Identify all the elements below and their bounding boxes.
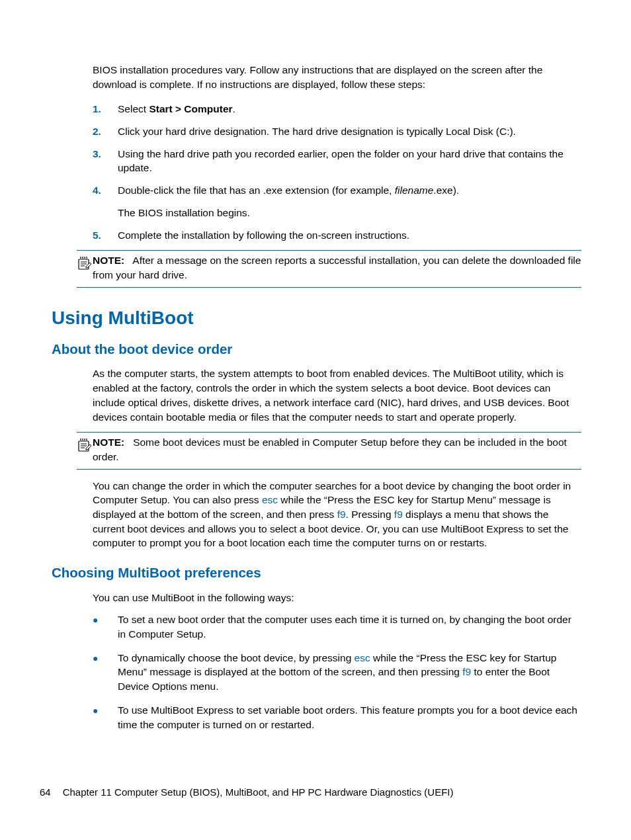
list-item: ● To set a new boot order that the compu…: [93, 612, 581, 641]
step-2: 2. Click your hard drive designation. Th…: [93, 124, 581, 139]
key-esc: esc: [262, 494, 278, 505]
step-3: 3. Using the hard drive path you recorde…: [93, 147, 581, 175]
note-callout: NOTE: After a message on the screen repo…: [77, 250, 581, 287]
bullet-body: To use MultiBoot Express to set variable…: [118, 703, 581, 732]
key-f9: f9: [462, 666, 471, 677]
heading-multiboot: Using MultiBoot: [52, 305, 581, 331]
bullet-icon: ●: [93, 612, 118, 641]
step-4: 4. Double-click the file that has an .ex…: [93, 183, 581, 220]
bold-text: Start > Computer: [149, 103, 232, 114]
section-about: As the computer starts, the system attem…: [93, 366, 581, 550]
list-item: ● To use MultiBoot Express to set variab…: [93, 703, 581, 732]
note-text: After a message on the screen reports a …: [93, 255, 581, 280]
chapter-title: Chapter 11 Computer Setup (BIOS), MultiB…: [63, 786, 454, 798]
step-1: 1. Select Start > Computer.: [93, 102, 581, 116]
step-number: 5.: [93, 228, 118, 243]
section-preferences: You can use MultiBoot in the following w…: [93, 591, 581, 732]
note-text: Some boot devices must be enabled in Com…: [93, 437, 567, 462]
step-body: Click your hard drive designation. The h…: [118, 124, 581, 139]
document-page: BIOS installation procedures vary. Follo…: [0, 0, 631, 840]
note-icon: [77, 255, 93, 271]
note-label: NOTE:: [93, 437, 124, 448]
change-order-paragraph: You can change the order in which the co…: [93, 479, 581, 550]
bullet-icon: ●: [93, 651, 118, 694]
heading-preferences: Choosing MultiBoot preferences: [52, 564, 581, 583]
italic-text: filename: [395, 185, 434, 196]
key-f9: f9: [337, 509, 346, 520]
steps-list: 1. Select Start > Computer. 2. Click you…: [93, 102, 581, 242]
step-number: 2.: [93, 124, 118, 139]
step-number: 4.: [93, 183, 118, 220]
step-body: Double-click the file that has an .exe e…: [118, 183, 581, 220]
page-number: 64: [40, 785, 51, 799]
step-number: 3.: [93, 147, 118, 175]
note-icon: [77, 437, 93, 453]
page-footer: 64Chapter 11 Computer Setup (BIOS), Mult…: [40, 785, 453, 799]
bullet-list: ● To set a new boot order that the compu…: [93, 612, 581, 732]
about-paragraph: As the computer starts, the system attem…: [93, 366, 581, 424]
step-body: Complete the installation by following t…: [118, 228, 581, 243]
note-label: NOTE:: [93, 255, 124, 266]
bullet-body: To set a new boot order that the compute…: [118, 612, 581, 641]
step-5: 5. Complete the installation by followin…: [93, 228, 581, 243]
list-item: ● To dynamically choose the boot device,…: [93, 651, 581, 694]
key-esc: esc: [355, 652, 370, 663]
step-body: Using the hard drive path you recorded e…: [118, 147, 581, 175]
bullet-body: To dynamically choose the boot device, b…: [118, 651, 581, 694]
heading-boot-order: About the boot device order: [52, 340, 581, 359]
step-body: Select Start > Computer.: [118, 102, 581, 116]
pref-intro: You can use MultiBoot in the following w…: [93, 591, 581, 605]
note-callout: NOTE: Some boot devices must be enabled …: [77, 432, 581, 469]
key-f9: f9: [394, 509, 403, 520]
body-content: BIOS installation procedures vary. Follo…: [93, 63, 581, 288]
step-number: 1.: [93, 102, 118, 116]
intro-paragraph: BIOS installation procedures vary. Follo…: [93, 63, 581, 91]
bullet-icon: ●: [93, 703, 118, 732]
